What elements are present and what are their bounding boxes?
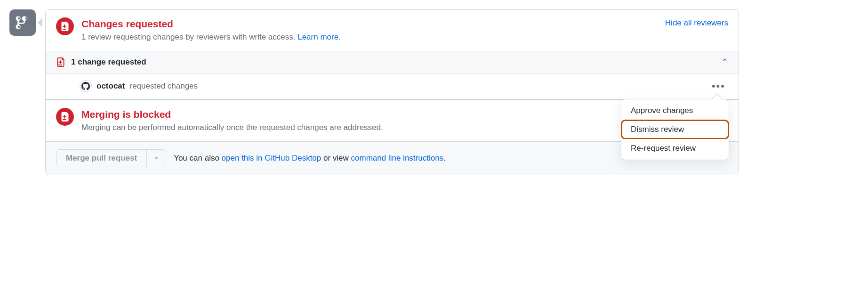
kebab-menu-icon[interactable]: ••• (709, 79, 728, 93)
footer-prefix: You can also (174, 154, 221, 162)
git-branch-icon (16, 16, 30, 30)
review-actions-dropdown: Approve changes Dismiss review Re-reques… (621, 99, 729, 160)
approve-changes-item[interactable]: Approve changes (621, 101, 729, 120)
merge-button-group: Merge pull request (56, 149, 166, 167)
reviewer-status: requested changes (129, 81, 198, 91)
re-request-review-item[interactable]: Re-request review (621, 139, 729, 158)
open-desktop-link[interactable]: open this in GitHub Desktop (222, 154, 321, 162)
file-diff-icon (60, 22, 70, 31)
chevron-up-icon[interactable]: ⌃ (721, 57, 728, 67)
triangle-down-icon (153, 155, 159, 161)
command-line-link[interactable]: command line instructions (351, 154, 444, 162)
footer-mid: or view (321, 154, 351, 162)
merge-pull-request-button[interactable]: Merge pull request (56, 150, 146, 167)
footer-suffix: . (443, 154, 446, 162)
learn-more-link[interactable]: Learn more (297, 32, 338, 41)
file-diff-icon (60, 112, 70, 122)
dismiss-review-item[interactable]: Dismiss review (621, 120, 729, 139)
change-count-label: 1 change requested (71, 57, 146, 67)
file-diff-circle-icon (56, 108, 74, 126)
subtitle-suffix: . (338, 32, 341, 41)
changes-requested-section: Changes requested 1 review requesting ch… (46, 10, 739, 51)
changes-requested-title: Changes requested (81, 17, 728, 30)
octocat-avatar-icon (81, 82, 90, 90)
file-diff-small-icon (56, 57, 65, 67)
avatar[interactable] (80, 80, 92, 92)
git-branch-badge (9, 9, 36, 36)
subtitle-prefix: 1 review requesting changes by reviewers… (81, 32, 297, 41)
change-summary-bar[interactable]: 1 change requested ⌃ (46, 51, 739, 73)
footer-text: You can also open this in GitHub Desktop… (174, 154, 446, 163)
merge-dropdown-caret[interactable] (146, 150, 166, 167)
reviewer-row: octocat requested changes ••• Approve ch… (46, 73, 739, 100)
reviewer-username[interactable]: octocat (96, 81, 125, 91)
hide-all-reviewers-link[interactable]: Hide all reviewers (665, 18, 728, 28)
changes-requested-subtitle: 1 review requesting changes by reviewers… (81, 31, 728, 43)
merge-status-panel: Changes requested 1 review requesting ch… (45, 9, 739, 175)
file-diff-circle-icon (56, 17, 74, 35)
